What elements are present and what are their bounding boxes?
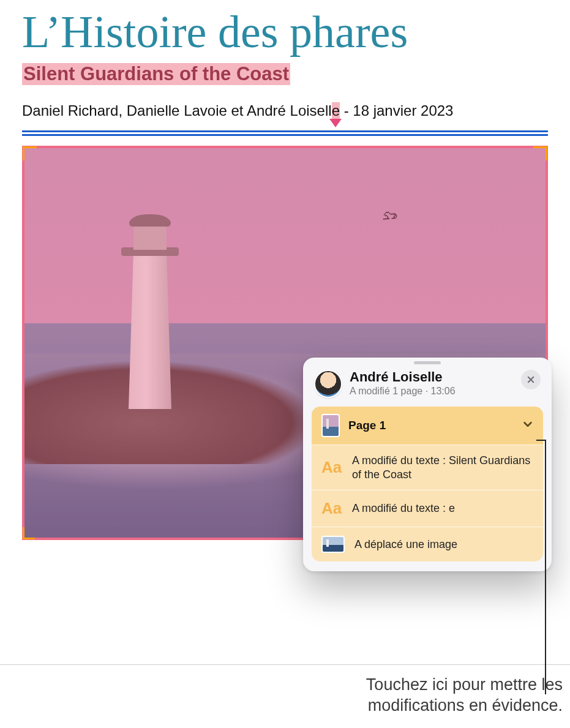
collaborator-cursor-icon <box>329 119 342 127</box>
activity-item-text: A modifié du texte : e <box>352 501 455 516</box>
callout-leader-line <box>545 440 546 694</box>
document-page: L’Histoire des phares Silent Guardians o… <box>0 0 570 665</box>
document-subtitle[interactable]: Silent Guardians of the Coast <box>23 63 289 85</box>
image-move-icon <box>321 536 345 553</box>
close-button[interactable] <box>521 370 541 389</box>
popover-summary: A modifié 1 page · 13:06 <box>350 386 456 397</box>
popover-header: André Loiselle A modifié 1 page · 13:06 <box>312 366 543 407</box>
activity-page-label: Page 1 <box>348 419 386 432</box>
activity-item[interactable]: Aa A modifié du texte : Silent Guardians… <box>312 445 543 490</box>
document-title: L’Histoire des phares <box>22 6 548 58</box>
grabber-icon[interactable] <box>414 361 441 364</box>
activity-item[interactable]: Aa A modifié du texte : e <box>312 490 543 527</box>
close-icon <box>527 375 535 384</box>
byline-prefix: Daniel Richard, Danielle Lavoie et André… <box>22 102 332 119</box>
activity-item-text: A déplacé une image <box>354 538 457 552</box>
popover-author: André Loiselle <box>350 370 456 385</box>
divider-line <box>22 130 548 136</box>
text-change-icon: Aa <box>321 499 342 518</box>
byline-edited-char: e <box>332 102 340 119</box>
text-change-icon: Aa <box>321 458 342 477</box>
activity-item-text: A modifié du texte : Silent Guardians of… <box>352 454 533 481</box>
byline-suffix: - 18 janvier 2023 <box>340 102 453 119</box>
activity-card: Page 1 Aa A modifié du texte : Silent Gu… <box>312 407 543 561</box>
avatar <box>314 370 342 398</box>
page-thumbnail-icon <box>321 414 340 437</box>
chevron-down-icon <box>522 419 533 432</box>
activity-item[interactable]: A déplacé une image <box>312 527 543 561</box>
bird-icon: 𐦐 <box>381 203 400 224</box>
callout-text: Touchez ici pour mettre les modification… <box>0 675 563 716</box>
byline[interactable]: Daniel Richard, Danielle Lavoie et André… <box>22 102 548 119</box>
subtitle-highlight: Silent Guardians of the Coast <box>22 63 290 85</box>
activity-page-header[interactable]: Page 1 <box>312 407 543 445</box>
activity-popover[interactable]: André Loiselle A modifié 1 page · 13:06 … <box>303 358 552 571</box>
